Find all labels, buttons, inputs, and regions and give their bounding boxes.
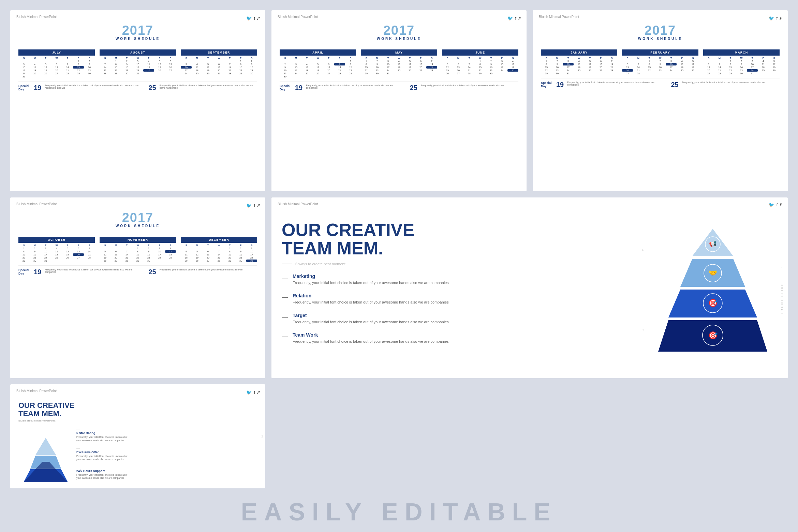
bottom-text: EASILY EDITABLE	[241, 488, 557, 532]
small-team-subtitle: Bluish are Minimal PowerPoint	[18, 419, 257, 422]
grid-container: Bluish Minimal PowerPoint 🐦 f 𝑃 2017 WOR…	[0, 0, 798, 488]
large-brand: Bluish Minimal PowerPoint	[278, 202, 318, 206]
calendar-slide-1: Bluish Minimal PowerPoint 🐦 f 𝑃 2017 WOR…	[10, 10, 265, 191]
year-title-1: 2017	[18, 24, 257, 37]
year-sub-1: WORK SHEDULE	[18, 37, 257, 41]
brand-label-3: Bluish Minimal PowerPoint	[539, 15, 579, 19]
social-icons-2: 🐦f𝑃	[507, 16, 521, 21]
feature-marketing: — Marketing Frequently, your initial fon…	[282, 274, 641, 285]
calendar-slide-2: Bluish Minimal PowerPoint 🐦f𝑃 2017 WORK …	[271, 10, 527, 191]
svg-text:📢: 📢	[709, 240, 717, 248]
large-team-title: OUR CREATIVETEAM MEM.	[282, 221, 641, 258]
brand-label-4: Bluish Minimal PowerPoint	[16, 202, 57, 206]
feature-teamwork: — Team Work Frequently, your initial fon…	[282, 332, 641, 344]
svg-text:🎯: 🎯	[708, 331, 718, 340]
svg-text:🎯: 🎯	[708, 298, 718, 308]
large-team-slide: Bluish Minimal PowerPoint 🐦 f 𝑃 OUR CREA…	[271, 197, 788, 379]
small-team-title: OUR CREATIVETEAM MEM.	[18, 401, 257, 418]
feature-relation: — Relation Frequently, your initial font…	[282, 293, 641, 305]
brand-label-2: Bluish Minimal PowerPoint	[278, 15, 318, 19]
svg-marker-0	[35, 438, 56, 455]
svg-text:🤝: 🤝	[709, 269, 717, 277]
large-team-subtitle: 6 ways to create best moment	[295, 262, 345, 266]
pyramid-chart: 📢 🤝 🎯 🎯	[658, 222, 767, 358]
small-team-slide: Bluish Minimal PowerPoint 🐦f𝑃 OUR CREATI…	[10, 384, 265, 488]
social-icons-1: 🐦 f 𝑃	[246, 16, 260, 21]
feature-target: — Target Frequently, your initial font c…	[282, 313, 641, 325]
small-brand: Bluish Minimal PowerPoint	[16, 389, 57, 393]
brand-label-1: Bluish Minimal PowerPoint	[16, 15, 57, 19]
calendar-slide-3: Bluish Minimal PowerPoint 🐦f𝑃 2017 WORK …	[533, 10, 788, 191]
calendar-slide-4: Bluish Minimal PowerPoint 🐦f𝑃 2017 WORK …	[10, 197, 265, 379]
front-slide-label: Front Slide	[780, 283, 784, 314]
